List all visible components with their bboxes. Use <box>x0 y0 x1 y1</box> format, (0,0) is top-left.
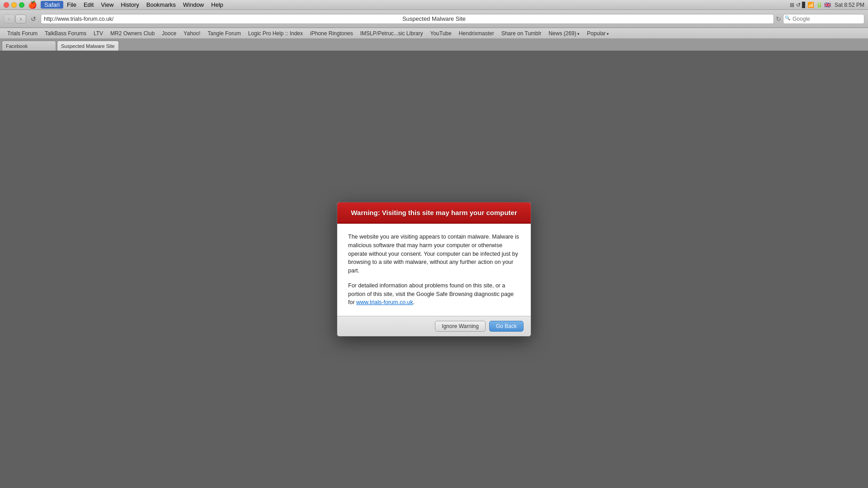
menu-safari[interactable]: Safari <box>41 1 63 9</box>
bookmark-imslp[interactable]: IMSLP/Petruc...sic Library <box>357 29 427 38</box>
bookmark-trials-forum[interactable]: Trials Forum <box>4 29 41 38</box>
clock: Sat 8:52 PM <box>835 2 864 8</box>
zoom-button[interactable] <box>19 2 24 8</box>
bookmark-tumblr[interactable]: Share on Tumblr <box>498 29 545 38</box>
search-input[interactable] <box>783 14 864 24</box>
search-container <box>783 14 864 24</box>
tab-malware[interactable]: Suspected Malware Site <box>57 41 119 51</box>
warning-paragraph1: The website you are visiting appears to … <box>348 233 520 275</box>
warning-link[interactable]: www.trials-forum.co.uk <box>356 299 413 305</box>
traffic-lights <box>4 2 24 8</box>
warning-title: Warning: Visiting this site may harm you… <box>346 209 522 216</box>
go-back-button[interactable]: Go Back <box>489 321 524 332</box>
warning-paragraph2-after: . <box>413 299 415 305</box>
warning-body: The website you are visiting appears to … <box>337 224 531 316</box>
apple-menu[interactable]: 🍎 <box>28 0 37 9</box>
menu-bookmarks[interactable]: Bookmarks <box>143 1 179 9</box>
close-button[interactable] <box>4 2 9 8</box>
bookmark-talkbass[interactable]: TalkBass Forums <box>41 29 90 38</box>
minimize-button[interactable] <box>11 2 17 8</box>
menu-window[interactable]: Window <box>179 1 208 9</box>
system-icons: ⊞ ↺ ▊ 📶 🔋 🇬🇧 <box>790 2 831 8</box>
back-button[interactable]: ‹ <box>4 14 14 23</box>
toolbar: ‹ › ↺ ↻ Suspected Malware Site <box>0 10 868 28</box>
bookmarks-bar: Trials Forum TalkBass Forums LTV MR2 Own… <box>0 28 868 39</box>
bookmark-jooce[interactable]: Jooce <box>158 29 180 38</box>
warning-header: Warning: Visiting this site may harm you… <box>337 202 531 224</box>
menu-bar: 🍎 Safari File Edit View History Bookmark… <box>0 0 868 10</box>
forward-button[interactable]: › <box>15 14 26 23</box>
tab-label: Facebook <box>6 43 28 49</box>
menu-view[interactable]: View <box>97 1 117 9</box>
content-area: Warning: Visiting this site may harm you… <box>0 51 868 488</box>
nav-buttons: ‹ › <box>4 14 26 23</box>
menubar-right: ⊞ ↺ ▊ 📶 🔋 🇬🇧 Sat 8:52 PM <box>790 2 864 8</box>
ignore-warning-button[interactable]: Ignore Warning <box>435 321 486 332</box>
menu-edit[interactable]: Edit <box>80 1 97 9</box>
tab-label: Suspected Malware Site <box>61 43 115 49</box>
bookmark-popular[interactable]: Popular <box>583 29 613 38</box>
menu-file[interactable]: File <box>63 1 80 9</box>
bookmark-ltv[interactable]: LTV <box>90 29 107 38</box>
bookmark-tangle[interactable]: Tangle Forum <box>204 29 244 38</box>
tabs-bar: Facebook Suspected Malware Site <box>0 39 868 51</box>
bookmark-mr2[interactable]: MR2 Owners Club <box>107 29 158 38</box>
bookmark-news[interactable]: News (269) <box>545 29 583 38</box>
bookmark-youtube[interactable]: YouTube <box>427 29 455 38</box>
menu-history[interactable]: History <box>117 1 142 9</box>
bookmark-hendrix[interactable]: Hendrixmaster <box>455 29 498 38</box>
bookmark-logic[interactable]: Logic Pro Help :: Index <box>245 29 307 38</box>
reload-button[interactable]: ↺ <box>29 14 38 23</box>
warning-dialog: Warning: Visiting this site may harm you… <box>337 202 531 337</box>
bookmark-ringtones[interactable]: iPhone Ringtones <box>307 29 357 38</box>
window-title: Suspected Malware Site <box>402 15 466 22</box>
bookmark-yahoo[interactable]: Yahoo! <box>180 29 204 38</box>
warning-paragraph2: For detailed information about problems … <box>348 282 520 307</box>
warning-footer: Ignore Warning Go Back <box>337 316 531 336</box>
tab-facebook[interactable]: Facebook <box>2 41 56 51</box>
reload-icon[interactable]: ↻ <box>776 15 781 23</box>
menu-help[interactable]: Help <box>208 1 227 9</box>
